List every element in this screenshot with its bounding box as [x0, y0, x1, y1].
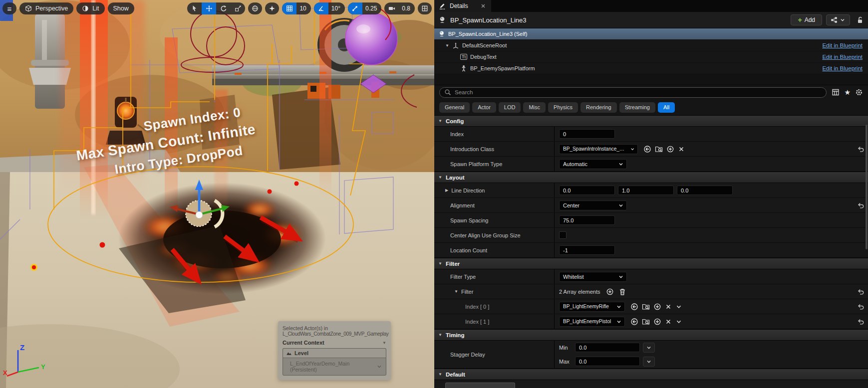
- line-direction-y-input[interactable]: [618, 186, 674, 195]
- globe-icon: [252, 5, 259, 12]
- tab-details[interactable]: Details: [434, 0, 491, 12]
- triangle-right-icon[interactable]: ▶: [445, 188, 448, 193]
- filter-chip-lod[interactable]: LOD: [499, 102, 521, 113]
- line-direction-x-input[interactable]: [559, 186, 615, 195]
- tree-row-debug-text[interactable]: Tt DebugText Edit in Blueprint: [434, 51, 868, 63]
- scale-snap-toggle[interactable]: [348, 2, 362, 14]
- revert-icon[interactable]: [857, 201, 865, 209]
- close-tab-button[interactable]: [480, 3, 486, 9]
- display-options-icon[interactable]: [832, 88, 840, 96]
- clear-icon[interactable]: [678, 146, 685, 153]
- section-layout[interactable]: ▼ Layout: [434, 172, 868, 183]
- location-count-input[interactable]: [559, 245, 615, 255]
- details-scrollbar[interactable]: [866, 125, 868, 249]
- filter-index0-dropdown[interactable]: BP_LightEnemyRifle: [559, 302, 625, 312]
- expand-triangle-icon[interactable]: ▼: [445, 43, 449, 48]
- edit-in-blueprint-link[interactable]: Edit in Blueprint: [822, 65, 864, 71]
- edit-in-blueprint-link[interactable]: Edit in Blueprint: [822, 54, 864, 60]
- trash-icon[interactable]: [618, 288, 626, 296]
- gear-icon[interactable]: [855, 88, 863, 96]
- world-local-toggle[interactable]: [248, 2, 262, 14]
- tree-row-default-scene-root[interactable]: ▼ DefaultSceneRoot Edit in Blueprint: [434, 40, 868, 51]
- stagger-min-options-button[interactable]: [643, 343, 655, 353]
- camera-speed-button[interactable]: [384, 2, 399, 14]
- browse-asset-icon[interactable]: [655, 145, 663, 153]
- move-tool-button[interactable]: [202, 2, 216, 14]
- use-selected-asset-icon[interactable]: [630, 318, 638, 326]
- alignment-dropdown[interactable]: Center: [559, 200, 627, 210]
- filter-chip-streaming[interactable]: Streaming: [619, 102, 655, 113]
- use-selected-asset-icon[interactable]: [630, 303, 638, 311]
- browse-asset-icon[interactable]: [642, 303, 650, 311]
- line-direction-z-input[interactable]: [677, 186, 733, 195]
- stagger-delay-max-input[interactable]: [575, 357, 640, 366]
- lit-sphere-icon: [82, 5, 89, 12]
- rotation-snap-toggle[interactable]: [314, 2, 328, 14]
- collapse-triangle-icon[interactable]: ▼: [382, 341, 386, 345]
- component-view-dropdown[interactable]: [826, 14, 850, 25]
- edit-in-blueprint-link[interactable]: Edit in Blueprint: [822, 42, 864, 48]
- clear-icon[interactable]: [665, 318, 672, 325]
- section-timing[interactable]: ▼ Timing: [434, 329, 868, 341]
- element-options-chevron-icon[interactable]: [675, 318, 682, 325]
- lit-dropdown[interactable]: Lit: [76, 2, 104, 14]
- plus-circle-icon[interactable]: [653, 303, 661, 311]
- filter-chip-all[interactable]: All: [658, 102, 675, 113]
- filter-index1-dropdown[interactable]: BP_LightEnemyPistol: [559, 317, 625, 327]
- grid-snap-value[interactable]: 10: [296, 2, 310, 14]
- grid-snap-toggle[interactable]: [282, 2, 296, 14]
- filter-chip-physics[interactable]: Physics: [548, 102, 578, 113]
- component-tree: BP_SpawnLocation_Line3 (Self) ▼ DefaultS…: [434, 28, 868, 74]
- show-dropdown[interactable]: Show: [108, 2, 134, 14]
- section-default[interactable]: ▼ Default: [434, 369, 868, 380]
- section-config[interactable]: ▼ Config: [434, 115, 868, 127]
- filter-chip-actor[interactable]: Actor: [472, 102, 496, 113]
- spawn-platform-type-dropdown[interactable]: Automatic: [559, 159, 627, 169]
- filter-type-dropdown[interactable]: Whitelist: [559, 272, 627, 282]
- perspective-dropdown[interactable]: Perspective: [19, 2, 73, 14]
- select-tool-button[interactable]: [187, 2, 202, 14]
- rotate-tool-button[interactable]: [216, 2, 231, 14]
- camera-speed-value[interactable]: 0.8: [399, 2, 415, 14]
- introduction-class-dropdown[interactable]: BP_SpawnIntroInstance_DropPod: [559, 144, 638, 154]
- stagger-delay-min-input[interactable]: [575, 343, 640, 352]
- revert-icon[interactable]: [857, 145, 865, 153]
- current-context-header[interactable]: Current Context ▼: [283, 340, 386, 346]
- maximize-viewport-button[interactable]: [418, 2, 432, 14]
- level-select[interactable]: L_EndOfYearDemo_Main (Persistent): [283, 358, 386, 375]
- use-selected-asset-icon[interactable]: [643, 145, 651, 153]
- lock-details-button[interactable]: [856, 16, 864, 24]
- element-options-chevron-icon[interactable]: [675, 303, 682, 310]
- chevron-down-icon: [840, 17, 846, 23]
- revert-icon[interactable]: [857, 318, 865, 326]
- viewport-3d[interactable]: Spawn Index: 0 Max Spawn Count: Infinite…: [0, 0, 434, 388]
- center-align-checkbox[interactable]: [559, 231, 567, 239]
- components-icon: [831, 16, 838, 23]
- section-filter[interactable]: ▼ Filter: [434, 258, 868, 269]
- tree-row-enemy-spawn-platform[interactable]: BP_EnemySpawnPlatform Edit in Blueprint: [434, 63, 868, 74]
- clear-icon[interactable]: [665, 303, 672, 310]
- viewport-options-button[interactable]: ≡: [2, 2, 16, 14]
- surface-snapping-button[interactable]: [265, 2, 279, 14]
- rotation-snap-value[interactable]: 10°: [328, 2, 345, 14]
- revert-icon[interactable]: [857, 303, 865, 311]
- filter-chip-general[interactable]: General: [439, 102, 470, 113]
- add-array-element-icon[interactable]: [606, 288, 614, 296]
- browse-asset-icon[interactable]: [642, 318, 650, 326]
- plus-circle-icon[interactable]: [666, 145, 674, 153]
- triangle-down-icon: ▼: [438, 119, 442, 123]
- stagger-max-options-button[interactable]: [643, 357, 655, 367]
- search-input[interactable]: [455, 89, 822, 95]
- tree-row-self[interactable]: BP_SpawnLocation_Line3 (Self): [434, 28, 868, 40]
- spawn-spacing-input[interactable]: [559, 215, 615, 225]
- filter-chip-rendering[interactable]: Rendering: [580, 102, 617, 113]
- filter-chip-misc[interactable]: Misc: [523, 102, 546, 113]
- revert-icon[interactable]: [857, 288, 865, 296]
- index-input[interactable]: [559, 129, 615, 139]
- favorites-star-icon[interactable]: ★: [844, 89, 851, 96]
- scale-snap-value[interactable]: 0.25: [362, 2, 381, 14]
- add-component-button[interactable]: + Add: [791, 14, 822, 25]
- plus-circle-icon[interactable]: [653, 318, 661, 326]
- search-box[interactable]: [439, 87, 827, 98]
- scale-tool-button[interactable]: [231, 2, 245, 14]
